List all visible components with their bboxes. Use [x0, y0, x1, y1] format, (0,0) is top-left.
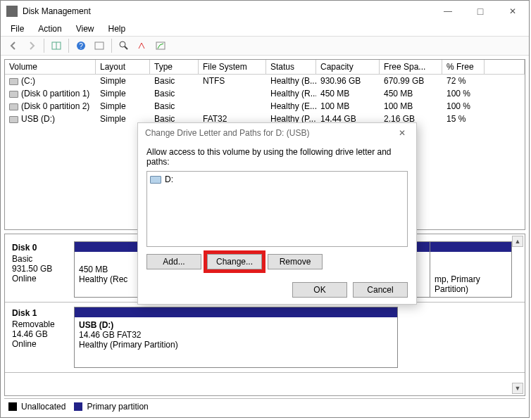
- svg-point-5: [120, 42, 125, 47]
- path-list[interactable]: D:: [146, 171, 408, 247]
- settings-button[interactable]: [134, 38, 151, 53]
- svg-line-6: [125, 46, 127, 49]
- disk-row-1[interactable]: Disk 1 Removable 14.46 GB Online USB (D:…: [5, 303, 525, 373]
- col-status[interactable]: Status: [266, 60, 316, 75]
- list-button[interactable]: [152, 38, 169, 53]
- svg-rect-4: [95, 42, 104, 49]
- col-capacity[interactable]: Capacity: [316, 60, 380, 75]
- col-pctfree[interactable]: % Free: [442, 60, 485, 75]
- col-layout[interactable]: Layout: [96, 60, 150, 75]
- scroll-down[interactable]: ▼: [512, 383, 523, 394]
- table-row[interactable]: (Disk 0 partition 2)SimpleBasicHealthy (…: [5, 100, 525, 113]
- legend: Unallocated Primary partition: [4, 398, 525, 414]
- menu-view[interactable]: View: [70, 23, 100, 35]
- toolbar: ?: [1, 36, 529, 56]
- disk1-label: Disk 1 Removable 14.46 GB Online: [9, 307, 74, 368]
- menu-help[interactable]: Help: [103, 23, 132, 35]
- menu-file[interactable]: File: [5, 23, 30, 35]
- dialog-close-button[interactable]: [388, 123, 416, 143]
- menubar: File Action View Help: [1, 22, 529, 36]
- app-icon: [6, 6, 18, 17]
- legend-primary: Primary partition: [87, 402, 148, 412]
- panel-button[interactable]: [48, 38, 65, 53]
- col-spacer: [485, 60, 525, 75]
- menu-action[interactable]: Action: [32, 23, 67, 35]
- add-button[interactable]: Add...: [146, 254, 201, 269]
- minimize-button[interactable]: [432, 1, 464, 22]
- path-list-item[interactable]: D:: [150, 174, 404, 184]
- dialog-instruction: Allow access to this volume by using the…: [146, 147, 408, 167]
- col-freespace[interactable]: Free Spa...: [380, 60, 442, 75]
- titlebar: Disk Management: [1, 1, 529, 22]
- dialog-titlebar: Change Drive Letter and Paths for D: (US…: [138, 123, 416, 143]
- path-entry-label: D:: [165, 174, 173, 184]
- change-drive-letter-dialog: Change Drive Letter and Paths for D: (US…: [137, 122, 417, 305]
- legend-swatch-unallocated: [8, 402, 17, 411]
- scroll-up[interactable]: ▲: [512, 236, 523, 247]
- legend-unallocated: Unallocated: [21, 402, 65, 412]
- maximize-button[interactable]: [464, 1, 496, 22]
- refresh-button[interactable]: [91, 38, 108, 53]
- col-filesystem[interactable]: File System: [199, 60, 266, 75]
- disk0-label: Disk 0 Basic 931.50 GB Online: [9, 241, 74, 298]
- drive-icon: [150, 176, 161, 184]
- remove-button[interactable]: Remove: [268, 254, 323, 269]
- window-title: Disk Management: [23, 6, 432, 16]
- col-volume[interactable]: Volume: [5, 60, 96, 75]
- svg-text:?: ?: [79, 42, 83, 50]
- disk1-part1[interactable]: USB (D:) 14.46 GB FAT32 Healthy (Primary…: [75, 317, 397, 367]
- back-button[interactable]: [5, 38, 22, 53]
- legend-swatch-primary: [74, 402, 82, 411]
- change-button[interactable]: Change...: [207, 254, 262, 269]
- table-row[interactable]: (Disk 0 partition 1)SimpleBasicHealthy (…: [5, 87, 525, 100]
- table-header: Volume Layout Type File System Status Ca…: [5, 60, 525, 75]
- disk0-part-tail[interactable]: mp, Primary Partition): [430, 252, 511, 297]
- close-button[interactable]: [496, 1, 529, 22]
- col-type[interactable]: Type: [150, 60, 199, 75]
- ok-button[interactable]: OK: [292, 282, 347, 298]
- disk1-partitions: USB (D:) 14.46 GB FAT32 Healthy (Primary…: [74, 307, 398, 368]
- table-row[interactable]: (C:)SimpleBasicNTFSHealthy (B...930.96 G…: [5, 75, 525, 87]
- forward-button[interactable]: [23, 38, 40, 53]
- help-button[interactable]: ?: [73, 38, 89, 53]
- search-button[interactable]: [115, 38, 132, 53]
- cancel-button[interactable]: Cancel: [353, 282, 408, 298]
- dialog-title: Change Drive Letter and Paths for D: (US…: [145, 128, 388, 138]
